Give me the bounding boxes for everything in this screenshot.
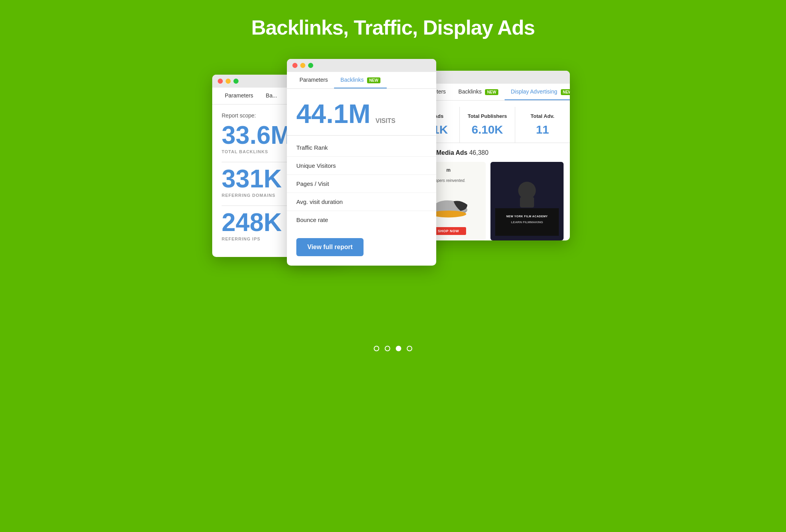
pagination-dot-4[interactable]	[407, 346, 412, 351]
tab-parameters-left[interactable]: Parameters	[219, 88, 259, 104]
dot-green-middle[interactable]	[308, 63, 313, 68]
dot-green-left[interactable]	[233, 79, 239, 84]
page-title: Backlinks, Traffic, Display Ads	[251, 16, 534, 39]
badge-new-backlinks: NEW	[367, 77, 380, 83]
tabs-middle: Parameters Backlinks NEW	[287, 72, 436, 89]
svg-rect-7	[520, 197, 534, 207]
visits-section: 44.1M VISITS	[287, 89, 436, 136]
visits-label: VISITS	[375, 117, 395, 124]
menu-item-bounce-rate[interactable]: Bounce rate	[287, 211, 436, 229]
svg-text:LEARN FILMMAKING: LEARN FILMMAKING	[511, 220, 543, 224]
window-middle: Parameters Backlinks NEW 44.1M VISITS Tr…	[287, 59, 436, 266]
pagination-dot-1[interactable]	[374, 346, 379, 351]
dot-yellow-left[interactable]	[226, 79, 231, 84]
tab-parameters-middle[interactable]: Parameters	[293, 72, 334, 88]
total-publishers-label: Total Publishers	[466, 113, 508, 119]
svg-text:NEW YORK FILM ACADEMY: NEW YORK FILM ACADEMY	[506, 215, 548, 218]
menu-item-pages-per-visit[interactable]: Pages / Visit	[287, 175, 436, 193]
tab-ba-left[interactable]: Ba...	[259, 88, 283, 104]
total-publishers-value: 6.10K	[466, 123, 508, 136]
dot-red-left[interactable]	[218, 79, 223, 84]
menu-list: Traffic Rank Unique Visitors Pages / Vis…	[287, 136, 436, 232]
tab-backlinks-middle[interactable]: Backlinks NEW	[334, 72, 386, 88]
menu-item-avg-visit[interactable]: Avg. visit duration	[287, 193, 436, 211]
pagination-dot-3[interactable]	[396, 346, 401, 351]
slipper-tagline: slippers reinvented.	[432, 178, 466, 183]
svg-point-6	[518, 182, 536, 200]
tab-display-advertising[interactable]: Display Advertising NEW	[505, 84, 570, 100]
ad-card-film: NEW YORK FILM ACADEMY LEARN FILMMAKING	[490, 162, 564, 240]
total-adv-label: Total Adv.	[522, 113, 564, 119]
menu-item-traffic-rank[interactable]: Traffic Rank	[287, 139, 436, 157]
view-full-report-button[interactable]: View full report	[296, 238, 364, 256]
windows-container: Parameters Ba... Report scope: 33.6M TOT…	[212, 59, 574, 326]
dot-yellow-middle[interactable]	[300, 63, 305, 68]
film-bg-svg: NEW YORK FILM ACADEMY LEARN FILMMAKING	[495, 167, 559, 236]
stat-cell-total-publishers: Total Publishers 6.10K	[460, 107, 515, 143]
dot-red-middle[interactable]	[292, 63, 298, 68]
badge-new-backlinks-right: NEW	[485, 89, 498, 95]
slipper-brand: m	[446, 167, 451, 173]
pagination	[374, 346, 412, 351]
menu-item-unique-visitors[interactable]: Unique Visitors	[287, 157, 436, 175]
pagination-dot-2[interactable]	[385, 346, 390, 351]
total-adv-value: 11	[522, 123, 564, 136]
tab-backlinks-right[interactable]: Backlinks NEW	[452, 84, 504, 100]
titlebar-middle	[287, 59, 436, 72]
popular-count: 46,380	[469, 149, 488, 156]
badge-new-display: NEW	[561, 89, 570, 95]
stat-cell-total-adv: Total Adv. 11	[515, 107, 570, 143]
visits-number: 44.1M	[296, 99, 371, 128]
